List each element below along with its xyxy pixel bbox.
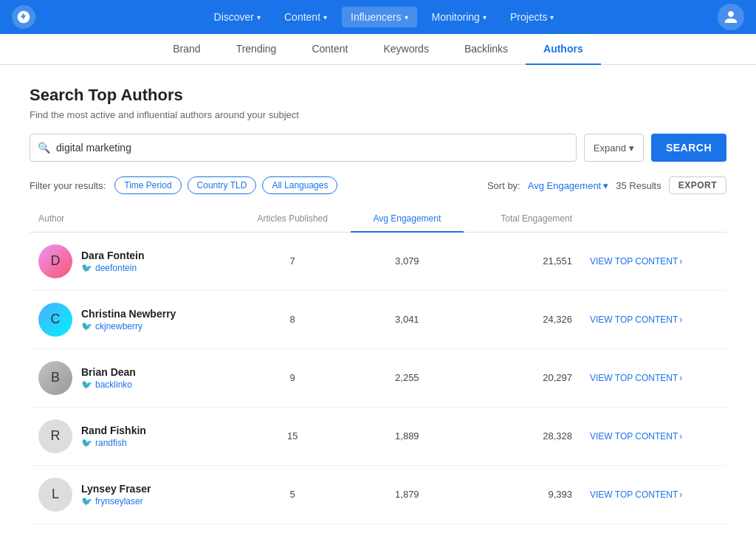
chevron-right-icon: › — [679, 373, 682, 383]
subnav-brand[interactable]: Brand — [155, 34, 218, 65]
twitter-handle: 🐦 frynseylaser — [81, 496, 151, 506]
author-cell-3: R Rand Fishkin 🐦 randfish — [30, 407, 234, 465]
top-navigation: Discover ▾ Content ▾ Influencers ▾ Monit… — [0, 0, 756, 34]
view-top-content-cell: VIEW TOP CONTENT › — [581, 523, 726, 536]
chevron-right-icon: › — [679, 256, 682, 267]
expand-button[interactable]: Expand ▾ — [584, 134, 644, 162]
table-row: C Christina Newberry 🐦 ckjnewberry 8 3,0… — [30, 290, 726, 348]
avg-engagement: 1,414 — [351, 523, 464, 536]
sort-label: Sort by: — [487, 180, 520, 191]
twitter-icon: 🐦 — [81, 321, 92, 331]
table-row: M Michael Stelzner 🐦 mike_stelzner 70 1,… — [30, 523, 726, 536]
user-avatar[interactable] — [718, 4, 744, 30]
subnav-trending[interactable]: Trending — [219, 34, 295, 65]
col-articles: Articles Published — [234, 206, 350, 232]
avg-engagement: 3,041 — [351, 290, 464, 348]
table-row: B Brian Dean 🐦 backlinko 9 2,255 20,297 … — [30, 348, 726, 407]
view-top-content-link[interactable]: VIEW TOP CONTENT › — [590, 256, 718, 267]
avg-engagement: 1,889 — [351, 407, 464, 465]
twitter-handle: 🐦 randfish — [81, 438, 146, 448]
author-name: Lynsey Fraser — [81, 483, 151, 495]
author-cell-5: M Michael Stelzner 🐦 mike_stelzner — [30, 523, 234, 536]
chevron-right-icon: › — [679, 489, 682, 500]
main-content: Search Top Authors Find the most active … — [0, 65, 756, 536]
author-name: Christina Newberry — [81, 308, 176, 320]
chevron-down-icon: ▾ — [257, 13, 261, 21]
view-top-content-cell: VIEW TOP CONTENT › — [581, 348, 726, 407]
twitter-handle: 🐦 ckjnewberry — [81, 321, 176, 331]
chevron-down-icon: ▾ — [405, 13, 408, 21]
table-row: D Dara Fontein 🐦 deefontein 7 3,079 21,5… — [30, 232, 726, 290]
page-title: Search Top Authors — [30, 86, 726, 105]
total-engagement: 24,326 — [464, 290, 581, 348]
col-author: Author — [30, 206, 234, 232]
total-engagement: 28,328 — [464, 407, 581, 465]
sort-dropdown[interactable]: Avg Engagement ▾ — [528, 180, 609, 191]
chevron-down-icon: ▾ — [629, 142, 634, 154]
filter-time-period[interactable]: Time Period — [114, 176, 181, 194]
table-header-row: Author Articles Published Avg Engagement… — [30, 206, 726, 232]
avatar: L — [38, 478, 72, 512]
view-top-content-link[interactable]: VIEW TOP CONTENT › — [590, 489, 718, 500]
search-icon: 🔍 — [38, 142, 50, 154]
view-top-content-cell: VIEW TOP CONTENT › — [581, 290, 726, 348]
col-avg-engagement: Avg Engagement — [351, 206, 464, 232]
avatar: R — [38, 419, 72, 453]
avg-engagement: 3,079 — [351, 232, 464, 290]
search-input[interactable] — [56, 142, 568, 154]
author-name: Dara Fontein — [81, 250, 145, 261]
logo[interactable] — [12, 5, 35, 29]
chevron-right-icon: › — [679, 431, 682, 441]
total-engagement: 98,984 — [464, 523, 581, 536]
chevron-right-icon: › — [679, 315, 682, 325]
author-cell-0: D Dara Fontein 🐦 deefontein — [30, 232, 234, 290]
total-engagement: 9,393 — [464, 465, 581, 523]
author-cell-4: L Lynsey Fraser 🐦 frynseylaser — [30, 465, 234, 523]
filters-row: Filter your results: Time Period Country… — [30, 176, 726, 194]
chevron-down-icon: ▾ — [550, 13, 554, 21]
nav-item-monitoring[interactable]: Monitoring ▾ — [423, 7, 495, 27]
subnav-content[interactable]: Content — [294, 34, 365, 65]
search-row: 🔍 Expand ▾ SEARCH — [30, 134, 726, 162]
search-button[interactable]: SEARCH — [651, 134, 726, 162]
subnav-backlinks[interactable]: Backlinks — [447, 34, 526, 65]
col-action — [581, 206, 726, 232]
twitter-handle: 🐦 backlinko — [81, 379, 136, 390]
table-row: R Rand Fishkin 🐦 randfish 15 1,889 28,32… — [30, 407, 726, 465]
twitter-icon: 🐦 — [81, 263, 92, 273]
avg-engagement: 1,879 — [351, 465, 464, 523]
export-button[interactable]: EXPORT — [669, 176, 726, 194]
filter-country-tld[interactable]: Country TLD — [188, 176, 257, 194]
articles-count: 9 — [234, 348, 350, 407]
view-top-content-link[interactable]: VIEW TOP CONTENT › — [590, 431, 718, 441]
articles-count: 5 — [234, 465, 350, 523]
nav-item-influencers[interactable]: Influencers ▾ — [342, 7, 416, 27]
articles-count: 8 — [234, 290, 350, 348]
twitter-icon: 🐦 — [81, 438, 92, 448]
avg-engagement: 2,255 — [351, 348, 464, 407]
filter-label: Filter your results: — [30, 180, 106, 191]
nav-item-projects[interactable]: Projects ▾ — [501, 7, 563, 27]
nav-item-content[interactable]: Content ▾ — [275, 7, 336, 27]
nav-item-discover[interactable]: Discover ▾ — [205, 7, 269, 27]
results-count: 35 Results — [616, 180, 661, 191]
search-input-wrap: 🔍 — [30, 134, 577, 162]
avatar: B — [38, 361, 72, 395]
articles-count: 70 — [234, 523, 350, 536]
view-top-content-link[interactable]: VIEW TOP CONTENT › — [590, 373, 718, 383]
total-engagement: 21,551 — [464, 232, 581, 290]
page-subtitle: Find the most active and influential aut… — [30, 109, 726, 120]
view-top-content-link[interactable]: VIEW TOP CONTENT › — [590, 315, 718, 325]
subnav-keywords[interactable]: Keywords — [365, 34, 446, 65]
total-engagement: 20,297 — [464, 348, 581, 407]
subnav-authors[interactable]: Authors — [526, 34, 601, 65]
table-row: L Lynsey Fraser 🐦 frynseylaser 5 1,879 9… — [30, 465, 726, 523]
top-nav-items: Discover ▾ Content ▾ Influencers ▾ Monit… — [50, 7, 718, 27]
twitter-icon: 🐦 — [81, 379, 92, 390]
twitter-icon: 🐦 — [81, 496, 92, 506]
filter-all-languages[interactable]: All Languages — [262, 176, 337, 194]
view-top-content-cell: VIEW TOP CONTENT › — [581, 232, 726, 290]
chevron-down-icon: ▾ — [323, 13, 327, 21]
articles-count: 15 — [234, 407, 350, 465]
author-cell-1: C Christina Newberry 🐦 ckjnewberry — [30, 290, 234, 348]
